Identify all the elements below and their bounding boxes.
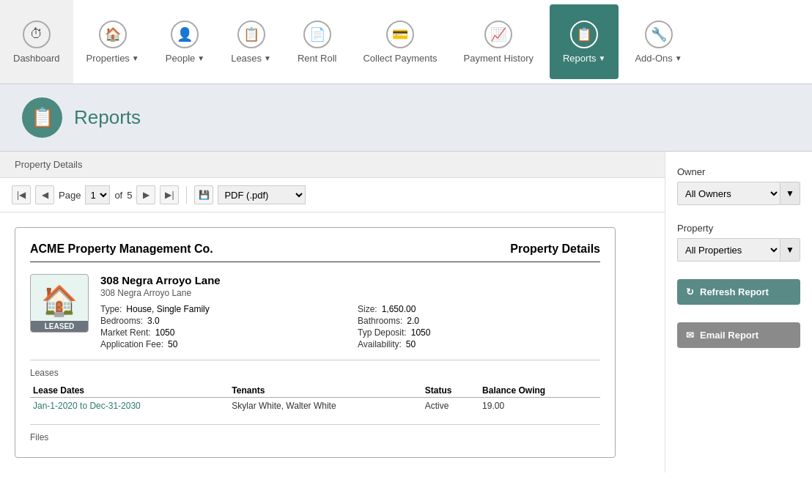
spec-availability-value: 50 <box>406 339 416 349</box>
spec-type-label: Type: <box>100 304 122 314</box>
export-button[interactable]: 💾 <box>194 185 213 204</box>
property-address: 308 Negra Arroyo Lane <box>100 288 600 298</box>
report-toolbar: |◀ ◀ Page 1 2 3 4 5 of 5 ▶ ▶| 💾 PDF (.pd… <box>0 178 665 212</box>
property-name: 308 Negra Arroyo Lane <box>100 274 600 286</box>
nav-dashboard-label: Dashboard <box>13 53 60 64</box>
owner-label: Owner <box>677 166 800 177</box>
email-icon: ✉ <box>686 330 694 341</box>
first-page-button[interactable]: |◀ <box>12 185 31 204</box>
spec-bathrooms-value: 2.0 <box>407 316 419 326</box>
nav-people-label: People ▼ <box>166 53 204 64</box>
refresh-report-button[interactable]: ↻ Refresh Report <box>677 279 800 305</box>
spec-availability: Availability: 50 <box>358 339 600 349</box>
property-specs: Type: House, Single Family Size: 1,650.0… <box>100 304 600 349</box>
spec-size-label: Size: <box>358 304 377 314</box>
email-report-button[interactable]: ✉ Email Report <box>677 322 800 348</box>
page-total: 5 <box>127 190 132 201</box>
page-content: 📋 Reports Property Details |◀ ◀ Page 1 2… <box>0 84 812 504</box>
report-title: Property Details <box>510 242 600 256</box>
toolbar-separator <box>186 186 187 204</box>
balance-cell: 19.00 <box>479 398 600 415</box>
property-select[interactable]: All Properties <box>677 238 780 262</box>
prev-page-button[interactable]: ◀ <box>35 185 54 204</box>
nav-add-ons[interactable]: 🔧 Add-Ons ▼ <box>621 0 695 84</box>
spec-app-fee-label: Application Fee: <box>100 339 163 349</box>
page-label: Page <box>59 190 81 201</box>
nav-leases-label: Leases ▼ <box>231 53 271 64</box>
files-section-title: Files <box>30 432 600 442</box>
files-section: Files <box>30 424 600 442</box>
property-label: Property <box>677 223 800 234</box>
of-label: of <box>114 190 122 201</box>
col-lease-dates: Lease Dates <box>30 384 229 398</box>
spec-bedrooms: Bedrooms: 3.0 <box>100 316 343 326</box>
nav-payment-history[interactable]: 📈 Payment History <box>451 0 547 84</box>
spec-bathrooms-label: Bathrooms: <box>358 316 402 326</box>
spec-typ-deposit: Typ Deposit: 1050 <box>358 327 600 338</box>
page-select[interactable]: 1 2 3 4 5 <box>85 185 110 204</box>
owner-select-dropdown-button[interactable]: ▼ <box>780 182 800 205</box>
spec-size: Size: 1,650.00 <box>358 304 600 314</box>
nav-people[interactable]: 👤 People ▼ <box>152 0 218 84</box>
status-cell: Active <box>422 398 479 415</box>
collect-payments-icon: 💳 <box>386 21 414 48</box>
leases-icon: 📋 <box>237 21 265 48</box>
spec-type: Type: House, Single Family <box>100 304 343 314</box>
lease-dates-cell: Jan-1-2020 to Dec-31-2030 <box>30 398 229 415</box>
dashboard-icon: ⏱ <box>23 21 51 48</box>
spec-app-fee: Application Fee: 50 <box>100 339 343 349</box>
report-card: ACME Property Management Co. Property De… <box>15 227 616 458</box>
property-info: 🏠 LEASED 308 Negra Arroyo Lane 308 Negra… <box>30 274 600 349</box>
spec-bedrooms-value: 3.0 <box>147 316 160 326</box>
reports-icon: 📋 <box>570 21 598 48</box>
section-title: Property Details <box>15 159 82 170</box>
nav-properties[interactable]: 🏠 Properties ▼ <box>73 0 152 84</box>
page-header-icon: 📋 <box>22 97 62 138</box>
leases-table: Lease Dates Tenants Status Balance Owing… <box>30 384 600 414</box>
properties-icon: 🏠 <box>99 21 127 48</box>
main-layout: Property Details |◀ ◀ Page 1 2 3 4 5 of … <box>0 152 812 472</box>
email-report-label: Email Report <box>700 330 759 341</box>
spec-typ-deposit-label: Typ Deposit: <box>358 327 407 338</box>
owner-select-row: All Owners ▼ <box>677 182 800 205</box>
table-row: Jan-1-2020 to Dec-31-2030 Skylar White, … <box>30 398 600 415</box>
next-page-button[interactable]: ▶ <box>136 185 155 204</box>
leases-section-title: Leases <box>30 368 600 378</box>
nav-rent-roll[interactable]: 📄 Rent Roll <box>284 0 350 84</box>
nav-add-ons-label: Add-Ons ▼ <box>635 53 682 64</box>
format-select[interactable]: PDF (.pdf) Excel (.xlsx) Word (.docx) <box>218 185 306 204</box>
col-tenants: Tenants <box>229 384 421 398</box>
property-section: Property All Properties ▼ <box>677 223 800 262</box>
rent-roll-icon: 📄 <box>303 21 331 48</box>
nav-collect-payments[interactable]: 💳 Collect Payments <box>350 0 450 84</box>
owner-section: Owner All Owners ▼ <box>677 166 800 205</box>
people-icon: 👤 <box>171 21 199 48</box>
tenants-cell: Skylar White, Walter White <box>229 398 421 415</box>
nav-payment-history-label: Payment History <box>464 53 534 64</box>
navbar: ⏱ Dashboard 🏠 Properties ▼ 👤 People ▼ 📋 … <box>0 0 812 84</box>
last-page-button[interactable]: ▶| <box>160 185 179 204</box>
report-content: ACME Property Management Co. Property De… <box>0 212 665 472</box>
section-header: Property Details <box>0 152 665 178</box>
property-select-dropdown-button[interactable]: ▼ <box>780 238 800 262</box>
property-image: 🏠 LEASED <box>30 274 89 333</box>
spec-market-rent: Market Rent: 1050 <box>100 327 343 338</box>
refresh-icon: ↻ <box>686 286 694 297</box>
nav-dashboard[interactable]: ⏱ Dashboard <box>0 0 73 84</box>
add-ons-icon: 🔧 <box>645 21 673 48</box>
page-title: Reports <box>74 106 141 129</box>
nav-rent-roll-label: Rent Roll <box>298 53 336 64</box>
spec-market-rent-label: Market Rent: <box>100 327 151 338</box>
nav-properties-label: Properties ▼ <box>86 53 139 64</box>
spec-size-value: 1,650.00 <box>382 304 416 314</box>
company-name: ACME Property Management Co. <box>30 242 213 256</box>
nav-collect-payments-label: Collect Payments <box>363 53 437 64</box>
report-area: Property Details |◀ ◀ Page 1 2 3 4 5 of … <box>0 152 665 472</box>
nav-leases[interactable]: 📋 Leases ▼ <box>218 0 284 84</box>
nav-reports[interactable]: 📋 Reports ▼ <box>550 4 619 79</box>
spec-bedrooms-label: Bedrooms: <box>100 316 143 326</box>
owner-select[interactable]: All Owners <box>677 182 780 205</box>
spec-app-fee-value: 50 <box>168 339 177 349</box>
page-header: 📋 Reports <box>0 84 812 152</box>
report-card-header: ACME Property Management Co. Property De… <box>30 242 600 262</box>
